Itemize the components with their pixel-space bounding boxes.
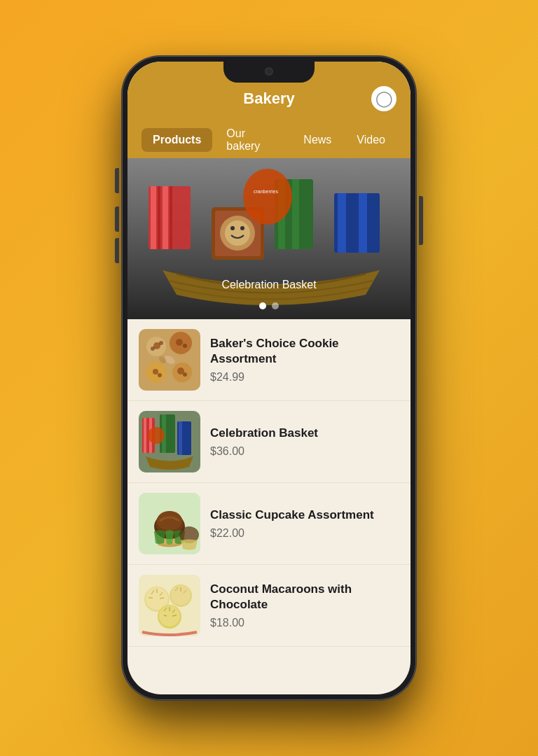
product-item-bakers-choice[interactable]: Baker's Choice Cookie Assortment $24.99 [127,319,411,401]
user-icon: ◯ [375,90,393,108]
product-item-celebration-basket[interactable]: Celebration Basket $36.00 [127,401,411,483]
tab-products[interactable]: Products [142,128,212,152]
svg-rect-4 [158,186,160,249]
svg-text:cranberries: cranberries [254,189,279,194]
product-name-bakers-choice: Baker's Choice Cookie Assortment [210,336,399,367]
product-price-celebration-basket: $36.00 [210,445,399,458]
product-price-classic-cupcake: $22.00 [210,527,399,540]
app-title: Bakery [243,90,294,108]
product-info-bakers-choice: Baker's Choice Cookie Assortment $24.99 [210,336,399,384]
product-thumb-classic-cupcake [139,493,200,554]
hero-dot-1[interactable] [259,302,266,309]
camera [265,67,273,76]
phone-screen: Bakery ◯ Products Our bakery News Video [127,62,411,694]
svg-rect-19 [359,193,367,253]
svg-point-20 [243,169,292,225]
product-item-coconut-macaroons[interactable]: Coconut Macaroons with Chocolate $18.00 [127,565,411,647]
product-price-coconut-macaroons: $18.00 [210,617,399,629]
phone-content: Bakery ◯ Products Our bakery News Video [127,62,411,694]
product-name-classic-cupcake: Classic Cupcake Assortment [210,507,399,523]
tab-news[interactable]: News [292,128,343,152]
product-thumb-coconut-macaroons [139,575,200,636]
svg-point-32 [158,373,162,377]
product-info-celebration-basket: Celebration Basket $36.00 [210,426,399,458]
header-top: Bakery ◯ [142,90,396,115]
svg-point-11 [230,226,235,230]
hero-banner: cranberries Celebration Basket [127,158,411,319]
svg-rect-3 [151,186,156,249]
svg-point-28 [176,339,183,346]
product-item-classic-cupcake[interactable]: Classic Cupcake Assortment $22.00 [127,483,411,565]
hero-dot-2[interactable] [272,302,279,309]
product-info-classic-cupcake: Classic Cupcake Assortment $22.00 [210,507,399,540]
tab-video[interactable]: Video [345,128,396,152]
user-avatar-button[interactable]: ◯ [371,86,396,111]
nav-tabs: Products Our bakery News Video [142,115,396,158]
product-thumb-bakers-choice [139,329,200,391]
hero-label: Celebration Basket [221,279,316,291]
svg-rect-46 [179,421,182,455]
svg-rect-18 [350,193,356,253]
svg-point-10 [225,220,250,246]
svg-rect-6 [170,186,172,249]
svg-line-71 [172,615,177,616]
hero-pagination [259,302,279,309]
notch [223,62,315,83]
hero-image: cranberries [127,158,411,319]
svg-line-59 [160,598,164,598]
svg-point-25 [151,346,155,351]
svg-point-29 [183,344,187,348]
product-thumb-celebration-basket [139,411,200,472]
svg-rect-17 [338,193,346,253]
svg-line-72 [164,615,167,616]
svg-rect-5 [163,186,168,249]
product-list: Baker's Choice Cookie Assortment $24.99 [127,319,411,647]
svg-point-47 [148,427,165,444]
svg-point-26 [159,341,163,345]
product-info-coconut-macaroons: Coconut Macaroons with Chocolate $18.00 [210,582,399,629]
product-name-coconut-macaroons: Coconut Macaroons with Chocolate [210,582,399,612]
svg-rect-15 [292,179,299,249]
svg-point-35 [183,372,187,377]
tab-our-bakery[interactable]: Our bakery [215,122,289,158]
product-name-celebration-basket: Celebration Basket [210,426,399,441]
svg-rect-41 [144,418,146,453]
svg-point-31 [153,369,158,374]
svg-point-12 [240,226,244,230]
phone-frame: Bakery ◯ Products Our bakery News Video [122,56,416,700]
product-price-bakers-choice: $24.99 [210,371,399,384]
